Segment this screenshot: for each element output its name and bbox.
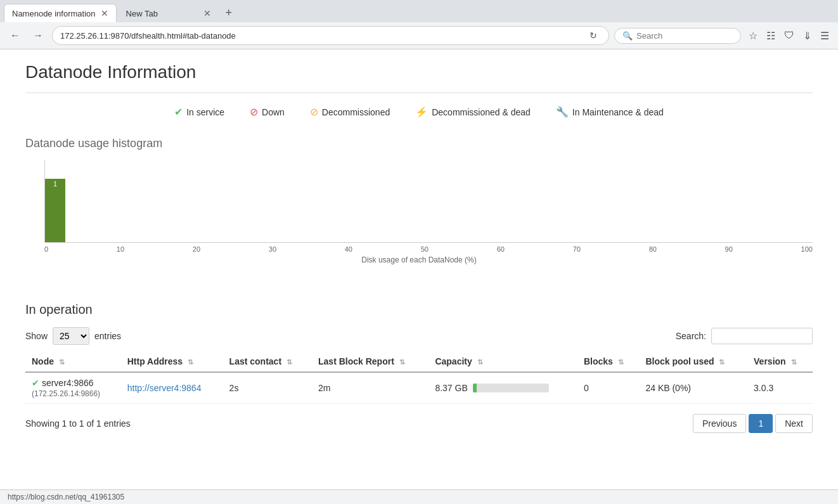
download-icon[interactable]: ⇓ — [801, 27, 814, 44]
sort-blockpool-icon: ⇅ — [719, 358, 725, 366]
decommissioned-dead-label: Decommissioned & dead — [432, 107, 531, 117]
down-label: Down — [262, 107, 285, 117]
histogram-bar-0: 1 — [45, 179, 65, 242]
previous-button[interactable]: Previous — [693, 414, 746, 433]
sort-http-icon: ⇅ — [188, 358, 193, 366]
table-row: ✔ server4:9866 (172.25.26.14:9866) http:… — [25, 372, 813, 404]
cell-last-contact: 2s — [223, 372, 312, 404]
maintenance-dead-icon: 🔧 — [556, 106, 569, 118]
forward-button[interactable]: → — [29, 27, 47, 44]
search-label: Search: — [676, 331, 706, 341]
browser-search-box[interactable]: 🔍 — [614, 28, 741, 44]
decommissioned-label: Decommissioned — [322, 107, 390, 117]
col-version[interactable]: Version ⇅ — [747, 351, 813, 372]
sort-lastblock-icon: ⇅ — [399, 358, 405, 366]
http-address-link[interactable]: http://server4:9864 — [127, 383, 202, 393]
histogram-chart: 1 — [44, 160, 813, 243]
tab-namenode-title: Namenode information — [12, 9, 96, 18]
col-blocks[interactable]: Blocks ⇅ — [577, 351, 639, 372]
x-label-70: 70 — [573, 245, 581, 253]
x-label-80: 80 — [649, 245, 657, 253]
sort-blocks-icon: ⇅ — [618, 358, 624, 366]
x-label-50: 50 — [421, 245, 429, 253]
decommissioned-icon: ⊘ — [310, 106, 318, 118]
node-ip: (172.25.26.14:9866) — [32, 389, 100, 398]
browser-chrome: Namenode information ✕ New Tab ✕ + ← → 1… — [0, 0, 838, 49]
status-in-service: ✔ In service — [174, 106, 224, 118]
table-controls: Show 10 25 50 100 entries Search: — [25, 327, 813, 345]
tab-bar: Namenode information ✕ New Tab ✕ + — [0, 0, 838, 22]
cell-version: 3.0.3 — [747, 372, 813, 404]
status-down: ⊘ Down — [250, 106, 285, 118]
histogram-container: 1 0 10 20 30 40 50 60 70 80 90 100 Disk … — [25, 160, 813, 283]
col-last-block-report[interactable]: Last Block Report ⇅ — [312, 351, 429, 372]
tab-namenode-close[interactable]: ✕ — [101, 8, 108, 18]
table-header-row: Node ⇅ Http Address ⇅ Last contact ⇅ Las… — [25, 351, 813, 372]
shield-icon[interactable]: 🛡 — [782, 27, 797, 44]
decommissioned-dead-icon: ⚡ — [415, 106, 428, 118]
cell-capacity: 8.37 GB — [429, 372, 577, 404]
histogram-title: Datanode usage histogram — [25, 137, 813, 150]
next-button[interactable]: Next — [775, 414, 813, 433]
in-operation-title: In operation — [25, 302, 813, 317]
x-label-90: 90 — [725, 245, 733, 253]
x-label-10: 10 — [117, 245, 124, 253]
reader-icon[interactable]: ☷ — [764, 27, 778, 44]
x-label-100: 100 — [801, 245, 813, 253]
tab-newtab-title: New Tab — [126, 9, 198, 18]
x-axis-title: Disk usage of each DataNode (%) — [25, 255, 813, 264]
status-legend: ✔ In service ⊘ Down ⊘ Decommissioned ⚡ D… — [25, 106, 813, 118]
tab-newtab-close[interactable]: ✕ — [203, 8, 211, 18]
sort-version-icon: ⇅ — [791, 358, 797, 366]
down-icon: ⊘ — [250, 106, 258, 118]
show-label: Show — [25, 331, 48, 341]
datanode-table: Node ⇅ Http Address ⇅ Last contact ⇅ Las… — [25, 351, 813, 404]
menu-icon[interactable]: ☰ — [818, 27, 832, 44]
sort-lastcontact-icon: ⇅ — [287, 358, 292, 366]
status-decommissioned-dead: ⚡ Decommissioned & dead — [415, 106, 531, 118]
cell-http-address: http://server4:9864 — [121, 372, 223, 404]
back-button[interactable]: ← — [6, 27, 24, 44]
table-search-input[interactable] — [711, 328, 813, 344]
search-icon: 🔍 — [622, 31, 633, 41]
col-node[interactable]: Node ⇅ — [25, 351, 121, 372]
x-label-20: 20 — [193, 245, 200, 253]
x-label-60: 60 — [497, 245, 505, 253]
histogram-section: Datanode usage histogram 1 0 10 20 30 40… — [25, 137, 813, 283]
col-http-address[interactable]: Http Address ⇅ — [121, 351, 223, 372]
status-maintenance-dead: 🔧 In Maintenance & dead — [556, 106, 664, 118]
new-tab-button[interactable]: + — [221, 4, 238, 22]
page-divider — [25, 93, 813, 93]
histogram-bar-label: 1 — [53, 179, 57, 188]
browser-search-input[interactable] — [636, 31, 732, 41]
show-entries-control: Show 10 25 50 100 entries — [25, 327, 121, 345]
showing-text: Showing 1 to 1 of 1 entries — [25, 418, 131, 429]
capacity-text: 8.37 GB — [435, 383, 467, 393]
tab-newtab[interactable]: New Tab ✕ — [118, 4, 219, 22]
address-bar: ← → 172.25.26.11:9870/dfshealth.html#tab… — [0, 22, 838, 49]
page-1-button[interactable]: 1 — [749, 414, 773, 433]
url-bar: 172.25.26.11:9870/dfshealth.html#tab-dat… — [52, 26, 609, 45]
pagination-buttons: Previous 1 Next — [693, 414, 813, 433]
in-service-icon: ✔ — [174, 106, 183, 118]
col-capacity[interactable]: Capacity ⇅ — [429, 351, 577, 372]
in-operation-section: In operation Show 10 25 50 100 entries S… — [25, 302, 813, 433]
x-axis: 0 10 20 30 40 50 60 70 80 90 100 — [44, 243, 813, 253]
page-content: Datanode Information ✔ In service ⊘ Down… — [0, 49, 838, 446]
col-block-pool-used[interactable]: Block pool used ⇅ — [639, 351, 747, 372]
cell-last-block-report: 2m — [312, 372, 429, 404]
cell-block-pool-used: 24 KB (0%) — [639, 372, 747, 404]
col-last-contact[interactable]: Last contact ⇅ — [223, 351, 312, 372]
browser-icon-group: ☆ ☷ 🛡 ⇓ ☰ — [746, 27, 832, 44]
x-label-40: 40 — [345, 245, 352, 253]
node-name: server4:9866 — [42, 378, 94, 388]
bookmark-icon[interactable]: ☆ — [746, 27, 760, 44]
entries-label: entries — [94, 331, 121, 341]
reload-button[interactable]: ↻ — [586, 29, 601, 42]
entries-select[interactable]: 10 25 50 100 — [53, 327, 89, 345]
in-service-label: In service — [186, 107, 224, 117]
tab-namenode[interactable]: Namenode information ✕ — [4, 4, 117, 22]
status-decommissioned: ⊘ Decommissioned — [310, 106, 390, 118]
capacity-bar-fill — [473, 384, 477, 392]
capacity-bar-container — [473, 384, 549, 392]
